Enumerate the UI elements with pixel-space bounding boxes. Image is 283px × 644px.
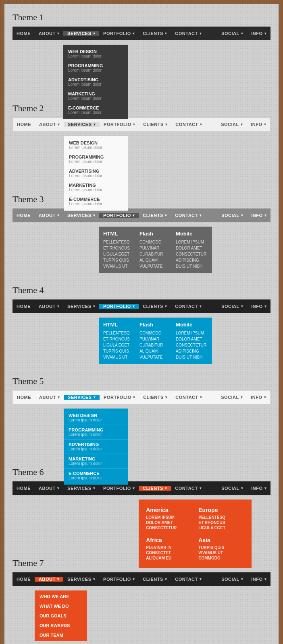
- nav-item-social[interactable]: SOCIAL▾: [217, 31, 247, 36]
- nav-item-portfolio[interactable]: PORTFOLIO▾: [99, 31, 139, 36]
- nav-item-social[interactable]: SOCIAL▾: [217, 213, 247, 218]
- nav-item-portfolio[interactable]: PORTFOLIO▾: [100, 395, 139, 400]
- nav-item-home[interactable]: HOME: [12, 577, 35, 582]
- mega-column-item[interactable]: DUIS UT NIBH: [176, 263, 208, 269]
- nav-item-portfolio[interactable]: PORTFOLIO▾: [99, 486, 139, 491]
- nav-item-contact[interactable]: CONTACT▾: [171, 213, 206, 218]
- nav-item-social[interactable]: SOCIAL▾: [217, 395, 247, 400]
- dropdown-item[interactable]: MARKETINGLorem ipsum dolor: [64, 180, 128, 194]
- nav-item-contact[interactable]: CONTACT▾: [171, 122, 206, 127]
- nav-item-contact[interactable]: CONTACT▾: [171, 31, 206, 36]
- mega-column-item[interactable]: LOREM IPSUM: [176, 330, 208, 336]
- mega-column-item[interactable]: LIGULA EGET: [103, 251, 135, 257]
- nav-item-clients[interactable]: CLIENTS▾: [139, 122, 171, 127]
- mega-column-item[interactable]: COMMODO: [139, 330, 172, 336]
- dropdown-item[interactable]: OUR TEAM: [35, 630, 87, 640]
- mega-column-item[interactable]: ALIQUAM: [139, 257, 172, 263]
- mega-column-item[interactable]: DOLOR AMET: [176, 245, 208, 251]
- dropdown-item[interactable]: ADVERTISINGLorem ipsum dolor: [64, 440, 128, 454]
- nav-item-about[interactable]: ABOUT▾: [35, 122, 64, 127]
- mega-section-item[interactable]: COMMODO: [198, 555, 244, 561]
- mega-section-item[interactable]: LIGULA EGET: [198, 525, 244, 530]
- mega-column-item[interactable]: CONSECTETUR: [176, 251, 208, 257]
- mega-column-item[interactable]: DUIS UT NIBH: [176, 354, 208, 360]
- nav-item-home[interactable]: HOME: [12, 213, 35, 218]
- mega-section-item[interactable]: ALIQUAM EU: [146, 555, 192, 561]
- nav-item-services[interactable]: SERVICES▾: [63, 486, 99, 491]
- mega-column-item[interactable]: VIVAMUS UT: [103, 354, 135, 360]
- nav-item-portfolio[interactable]: PORTFOLIO▾: [99, 577, 139, 582]
- nav-item-info[interactable]: INFO▾: [247, 122, 270, 127]
- mega-column-item[interactable]: VULPUTATE: [139, 263, 172, 269]
- nav-item-home[interactable]: HOME: [12, 31, 35, 36]
- mega-section-item[interactable]: TURPIS QUIS: [198, 545, 244, 550]
- dropdown-item[interactable]: MARKETINGLorem ipsum dolor: [64, 454, 128, 469]
- nav-item-about[interactable]: ABOUT▾: [35, 395, 64, 400]
- nav-item-about[interactable]: ABOUT▾: [35, 31, 63, 36]
- mega-section-item[interactable]: PULVINAR IN: [146, 545, 192, 550]
- mega-column-item[interactable]: LOREM IPSUM: [176, 239, 208, 245]
- nav-item-home[interactable]: HOME: [12, 304, 35, 309]
- mega-column-item[interactable]: ALIQUAM: [139, 348, 172, 354]
- dropdown-item[interactable]: WEB DESIGNLorem ipsum dolor: [64, 411, 128, 425]
- nav-item-home[interactable]: HOME: [13, 395, 35, 400]
- nav-item-services[interactable]: SERVICES▾: [64, 395, 100, 400]
- nav-item-contact[interactable]: CONTACT▾: [171, 395, 206, 400]
- nav-item-services[interactable]: SERVICES▾: [63, 304, 99, 309]
- nav-item-info[interactable]: INFO▾: [247, 304, 271, 309]
- dropdown-item[interactable]: WEB DESIGNLorem ipsum dolor: [64, 138, 128, 152]
- dropdown-item[interactable]: ADVERTISINGLorem ipsum dolor: [63, 75, 128, 89]
- mega-section-item[interactable]: PELLENTESQ: [198, 515, 244, 520]
- mega-column-item[interactable]: PULVINAR: [139, 336, 172, 342]
- dropdown-item[interactable]: PROGRAMMINGLorem ipsum dolor: [64, 152, 128, 166]
- nav-item-clients[interactable]: CLIENTS▾: [139, 31, 171, 36]
- mega-column-item[interactable]: VIVAMUS UT: [103, 263, 135, 269]
- nav-item-clients[interactable]: CLIENTS▾: [139, 304, 171, 309]
- dropdown-item[interactable]: PROGRAMMINGLorem ipsum dolor: [64, 425, 128, 440]
- mega-section-item[interactable]: DOLOR AMET: [146, 520, 192, 525]
- dropdown-item[interactable]: WHAT WE DO: [35, 601, 87, 611]
- mega-column-item[interactable]: PELLENTESQ: [103, 330, 135, 336]
- mega-column-item[interactable]: ET RHONCUS: [103, 336, 135, 342]
- nav-item-social[interactable]: SOCIAL▾: [217, 577, 247, 582]
- dropdown-item[interactable]: WEB DESIGNLorem ipsum dolor: [63, 47, 128, 61]
- mega-column-item[interactable]: TURPIS QUIS: [103, 257, 135, 263]
- nav-item-clients[interactable]: CLIENTS▾: [139, 577, 171, 582]
- mega-section-item[interactable]: ET RHONCUS: [198, 520, 244, 525]
- nav-item-contact[interactable]: CONTACT▾: [171, 304, 206, 309]
- dropdown-item[interactable]: E-COMMERCELorem ipsum dolor: [64, 469, 128, 483]
- nav-item-contact[interactable]: CONTACT▾: [171, 486, 206, 491]
- dropdown-item[interactable]: PROGRAMMINGLorem ipsum dolor: [63, 61, 128, 75]
- nav-item-about[interactable]: ABOUT▾: [35, 213, 63, 218]
- nav-item-info[interactable]: INFO▾: [247, 213, 271, 218]
- nav-item-social[interactable]: SOCIAL▾: [217, 122, 247, 127]
- nav-item-contact[interactable]: CONTACT▾: [171, 577, 206, 582]
- mega-column-item[interactable]: DOLOR AMET: [176, 336, 208, 342]
- mega-section-item[interactable]: CONSECTETUR: [146, 525, 192, 530]
- dropdown-item[interactable]: E-COMMERCELorem ipsum dolor: [63, 103, 128, 117]
- nav-item-portfolio[interactable]: PORTFOLIO▾: [99, 304, 139, 309]
- dropdown-item[interactable]: E-COMMERCELorem ipsum dolor: [64, 194, 128, 208]
- nav-item-about[interactable]: ABOUT▾: [35, 486, 63, 491]
- mega-column-item[interactable]: COMMODO: [139, 239, 172, 245]
- mega-column-item[interactable]: PULVINAR: [139, 245, 172, 251]
- nav-item-about[interactable]: ABOUT▾: [35, 304, 63, 309]
- dropdown-item[interactable]: OUR GOALS: [35, 611, 87, 621]
- nav-item-clients[interactable]: CLIENTS▾: [139, 486, 171, 491]
- mega-column-item[interactable]: ADIPISCING: [176, 257, 208, 263]
- nav-item-clients[interactable]: CLIENTS▾: [139, 213, 171, 218]
- nav-item-info[interactable]: INFO▾: [247, 395, 270, 400]
- nav-item-about[interactable]: ABOUT▾: [35, 577, 63, 582]
- nav-item-info[interactable]: INFO▾: [247, 31, 271, 36]
- nav-item-home[interactable]: HOME: [12, 486, 35, 491]
- mega-column-item[interactable]: TURPIS QUIS: [103, 348, 135, 354]
- nav-item-services[interactable]: SERVICES▾: [63, 31, 99, 36]
- nav-item-services[interactable]: SERVICES▾: [63, 213, 99, 218]
- mega-column-item[interactable]: ADIPISCING: [176, 348, 208, 354]
- mega-column-item[interactable]: ET RHONCUS: [103, 245, 135, 251]
- mega-column-item[interactable]: CURABITUR: [139, 251, 172, 257]
- dropdown-item[interactable]: MARKETINGLorem ipsum dolor: [63, 89, 128, 103]
- mega-column-item[interactable]: VULPUTATE: [139, 354, 172, 360]
- nav-item-portfolio[interactable]: PORTFOLIO▾: [100, 122, 139, 127]
- nav-item-home[interactable]: HOME: [13, 122, 35, 127]
